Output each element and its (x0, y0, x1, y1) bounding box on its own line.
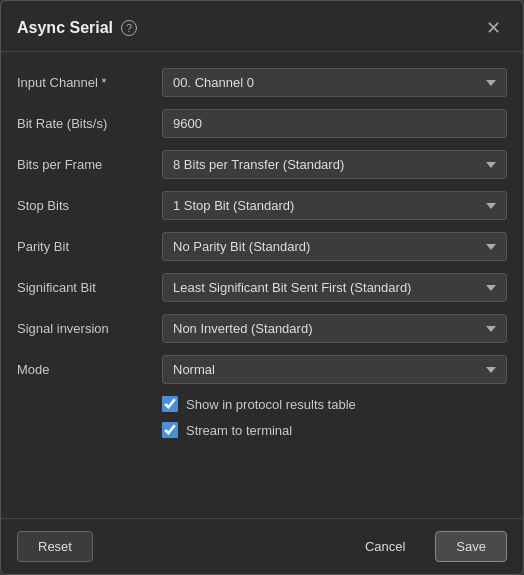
input-channel-row: Input Channel * 00. Channel 0 (17, 68, 507, 97)
dialog-header: Async Serial ? ✕ (1, 1, 523, 52)
parity-bit-control: No Parity Bit (Standard) (162, 232, 507, 261)
bit-rate-input[interactable] (162, 109, 507, 138)
parity-bit-row: Parity Bit No Parity Bit (Standard) (17, 232, 507, 261)
reset-button[interactable]: Reset (17, 531, 93, 562)
significant-bit-label: Significant Bit (17, 280, 162, 295)
stop-bits-label: Stop Bits (17, 198, 162, 213)
stop-bits-row: Stop Bits 1 Stop Bit (Standard) (17, 191, 507, 220)
mode-label: Mode (17, 362, 162, 377)
bit-rate-control (162, 109, 507, 138)
input-channel-select[interactable]: 00. Channel 0 (162, 68, 507, 97)
stream-to-terminal-row: Stream to terminal (162, 422, 507, 438)
bits-per-frame-control: 8 Bits per Transfer (Standard) (162, 150, 507, 179)
signal-inversion-row: Signal inversion Non Inverted (Standard) (17, 314, 507, 343)
close-button[interactable]: ✕ (480, 15, 507, 41)
show-in-protocol-row: Show in protocol results table (162, 396, 507, 412)
footer-right: Cancel Save (345, 531, 507, 562)
stop-bits-control: 1 Stop Bit (Standard) (162, 191, 507, 220)
parity-bit-label: Parity Bit (17, 239, 162, 254)
show-in-protocol-label: Show in protocol results table (186, 397, 356, 412)
bit-rate-label: Bit Rate (Bits/s) (17, 116, 162, 131)
signal-inversion-select[interactable]: Non Inverted (Standard) (162, 314, 507, 343)
mode-control: Normal (162, 355, 507, 384)
bits-per-frame-select[interactable]: 8 Bits per Transfer (Standard) (162, 150, 507, 179)
mode-row: Mode Normal (17, 355, 507, 384)
significant-bit-row: Significant Bit Least Significant Bit Se… (17, 273, 507, 302)
stop-bits-select[interactable]: 1 Stop Bit (Standard) (162, 191, 507, 220)
show-in-protocol-checkbox[interactable] (162, 396, 178, 412)
bit-rate-row: Bit Rate (Bits/s) (17, 109, 507, 138)
cancel-button[interactable]: Cancel (345, 531, 425, 562)
stream-to-terminal-label: Stream to terminal (186, 423, 292, 438)
signal-inversion-label: Signal inversion (17, 321, 162, 336)
significant-bit-control: Least Significant Bit Sent First (Standa… (162, 273, 507, 302)
mode-select[interactable]: Normal (162, 355, 507, 384)
save-button[interactable]: Save (435, 531, 507, 562)
async-serial-dialog: Async Serial ? ✕ Input Channel * 00. Cha… (0, 0, 524, 575)
dialog-body: Input Channel * 00. Channel 0 Bit Rate (… (1, 52, 523, 518)
stream-to-terminal-checkbox[interactable] (162, 422, 178, 438)
help-icon[interactable]: ? (121, 20, 137, 36)
input-channel-control: 00. Channel 0 (162, 68, 507, 97)
dialog-title: Async Serial (17, 19, 113, 37)
parity-bit-select[interactable]: No Parity Bit (Standard) (162, 232, 507, 261)
input-channel-label: Input Channel * (17, 75, 162, 90)
bits-per-frame-row: Bits per Frame 8 Bits per Transfer (Stan… (17, 150, 507, 179)
bits-per-frame-label: Bits per Frame (17, 157, 162, 172)
significant-bit-select[interactable]: Least Significant Bit Sent First (Standa… (162, 273, 507, 302)
dialog-footer: Reset Cancel Save (1, 518, 523, 574)
signal-inversion-control: Non Inverted (Standard) (162, 314, 507, 343)
